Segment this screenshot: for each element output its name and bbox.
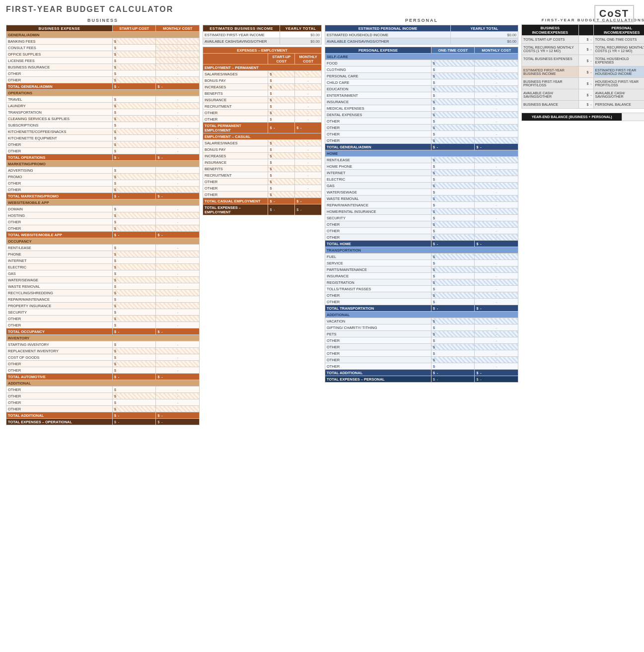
occupancy-header: OCCUPANCY [6, 238, 200, 245]
total-website: TOTAL WEBSITE/MOBILE APP [6, 232, 113, 238]
list-item: OTHER [325, 221, 431, 228]
col-estimated-income: ESTIMATED BUSINESS INCOME [203, 25, 280, 32]
calc-household-profit-label: HOUSEHOLD FIRST-YEAR PROFIT/LOSS [593, 78, 644, 89]
list-item: CLEANING SERVICES & SUPPLIES [6, 116, 113, 122]
list-item: KITCHENETTE/COFFEE/SNACKS [6, 129, 113, 135]
list-item: OTHER [6, 225, 113, 232]
list-item: REPAIR/MAINTENANCE [325, 202, 431, 208]
available-cash-value[interactable]: $0.00 [280, 38, 322, 45]
list-item: OTHER [325, 234, 431, 241]
total-expenses-operational: TOTAL EXPENSES – OPERATIONAL [6, 419, 113, 425]
total-additional-personal: TOTAL ADDITIONAL [325, 370, 431, 376]
total-marketing: TOTAL MARKETING/PROMO [6, 193, 113, 199]
list-item: FOOD [325, 60, 431, 66]
calc-biz-income-label: ESTIMATED FIRST-YEAR BUSINESS INCOME [522, 66, 579, 78]
list-item: SECURITY [325, 215, 431, 221]
calc-biz-expenses-value[interactable]: $ - [578, 55, 593, 66]
list-item: BENEFITS [203, 166, 268, 172]
self-care-header: SELF-CARE [325, 54, 518, 60]
business-expense-table: BUSINESS EXPENSE START-UP COST MONTHLY C… [6, 25, 200, 425]
list-item: HOME PHONE [325, 163, 431, 170]
list-item: REGISTRATION [325, 279, 431, 286]
list-item: DENTAL EXPENSES [325, 112, 431, 118]
list-item: STARTING INVENTORY [6, 341, 113, 348]
list-item: GAS [325, 183, 431, 189]
first-year-income-value[interactable]: $0.00 [280, 32, 322, 38]
list-item: INSURANCE [325, 99, 431, 105]
list-item: TOLLS/TRANSIT PASSES [325, 286, 431, 292]
calc-available-cash-biz-value[interactable]: $ - [578, 89, 593, 101]
list-item: INSURANCE [325, 273, 431, 279]
list-item: RECRUITMENT [203, 103, 268, 110]
list-item: BONUS PAY [203, 77, 268, 84]
list-item: SUBSCRIPTIONS [6, 122, 113, 129]
list-item: OTHER [6, 393, 113, 399]
calculations-section: FIRST-YEAR BUDGET CALCULATIONS BUSINESS … [521, 18, 644, 121]
list-item: BANKING FEES [6, 38, 113, 45]
business-header: BUSINESS [6, 18, 200, 23]
list-item: OTHER [325, 118, 431, 125]
personal-expense-table: PERSONAL EXPENSE ONE-TIME COST MONTHLY C… [325, 47, 518, 383]
total-occupancy: TOTAL OCCUPANCY [6, 328, 113, 335]
calc-recurring-personal-label: TOTAL RECURRING MONTHLY COSTS (1 YR = 12… [593, 44, 644, 55]
available-cash-personal-value[interactable]: $0.00 [450, 38, 518, 45]
calc-biz-profit-value[interactable]: $ - [578, 78, 593, 89]
list-item: OTHER [6, 361, 113, 367]
list-item: BUSINESS INSURANCE [6, 64, 113, 70]
list-item: ELECTRIC [325, 176, 431, 183]
list-item: PETS [325, 331, 431, 337]
list-item: SALARIES/WAGES [203, 71, 268, 77]
inventory-header: INVENTORY [6, 335, 200, 341]
list-item: GAS [6, 270, 113, 277]
calc-startup-value[interactable]: $ - [578, 36, 593, 44]
list-item: TRANSPORTATION [6, 109, 113, 116]
list-item: WASTE REMOVAL [6, 283, 113, 290]
list-item: EDUCATION [325, 86, 431, 92]
calc-biz-expenses-label: TOTAL BUSINESS EXPENSES [522, 55, 579, 66]
total-additional-biz: TOTAL ADDITIONAL [6, 412, 113, 419]
list-item: REPLACEMENT INVENTORY [6, 348, 113, 354]
list-item: OTHER [203, 116, 268, 123]
list-item: OTHER [6, 77, 113, 83]
list-item: SERVICE [325, 260, 431, 266]
list-item: INTERNET [325, 170, 431, 176]
calculations-table: BUSINESS INCOME/EXPENSES PERSONAL INCOME… [521, 24, 644, 109]
list-item: SECURITY [6, 309, 113, 316]
year-end-value[interactable]: $ - [622, 113, 644, 121]
calc-biz-income-value[interactable]: $ - [578, 66, 593, 78]
household-income-value[interactable]: $0.00 [450, 32, 518, 38]
list-item: INSURANCE [203, 97, 268, 103]
list-item: DOMAIN [6, 206, 113, 212]
available-cash-personal-label: AVAILABLE CASH/SAVINGS/OTHER [325, 38, 451, 45]
list-item: OTHER [325, 337, 431, 344]
list-item: PROMO [6, 174, 113, 180]
list-item: OTHER [6, 399, 113, 406]
list-item: OTHER [325, 344, 431, 350]
general-admin-header: GENERAL/ADMIN [6, 32, 200, 38]
list-item: ENTERTAINMENT [325, 92, 431, 99]
calc-recurring-biz-label: TOTAL RECURRING MONTHLY COSTS (1 YR = 12… [522, 44, 579, 55]
employment-header: EXPENSES – EMPLOYMENT [203, 47, 322, 54]
list-item: OTHER [325, 137, 431, 144]
list-item: OTHER [6, 367, 113, 374]
total-expenses-personal: TOTAL EXPENSES – PERSONAL [325, 376, 431, 383]
col-startup: START-UP COST [268, 54, 295, 65]
list-item: OTHER [6, 316, 113, 322]
list-item: OTHER [203, 110, 268, 116]
list-item: BENEFITS [203, 90, 268, 97]
list-item: COST OF GOODS [6, 354, 113, 361]
personal-income-table: ESTIMATED PERSONAL INCOME YEARLY TOTAL E… [325, 25, 518, 45]
calc-onetime-label: TOTAL ONE-TIME COSTS [593, 36, 644, 44]
list-item: RECYCLING/SHREDDING [6, 290, 113, 296]
calc-biz-balance-value[interactable]: $ - [578, 101, 593, 109]
list-item: INCREASES [203, 153, 268, 159]
list-item: HOSTING [6, 212, 113, 219]
list-item: RECRUITMENT [203, 172, 268, 179]
list-item: OTHER [325, 228, 431, 234]
calc-recurring-biz-value[interactable]: $ - [578, 44, 593, 55]
list-item: OTHER [6, 148, 113, 154]
business-income-table: ESTIMATED BUSINESS INCOME YEARLY TOTAL E… [203, 25, 322, 45]
list-item: LICENSE FEES [6, 58, 113, 64]
list-item: LAUNDRY [6, 103, 113, 109]
personal-header: PERSONAL [325, 18, 518, 23]
